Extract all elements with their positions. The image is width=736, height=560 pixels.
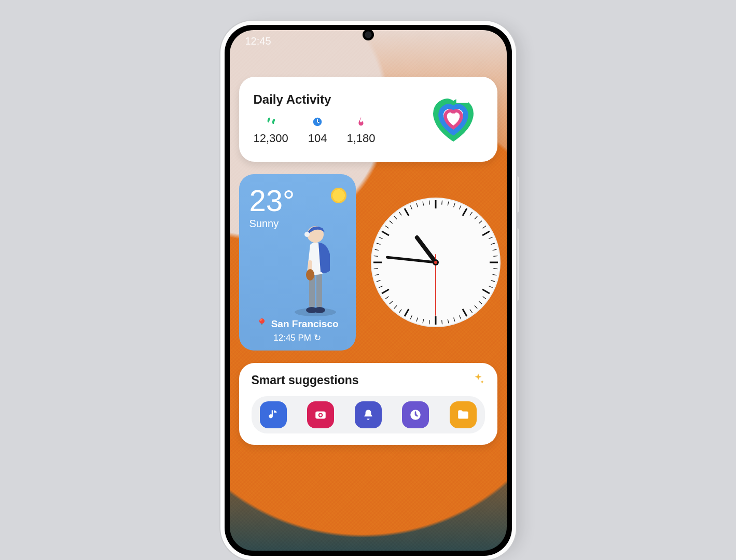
minutes-value: 104 (308, 132, 327, 145)
smart-suggestions-widget[interactable]: Smart suggestions (239, 363, 497, 445)
svg-point-6 (314, 307, 325, 313)
active-minutes-metric: 104 (308, 116, 327, 145)
svg-point-10 (304, 232, 310, 237)
steps-metric: 12,300 (254, 116, 288, 145)
suggestions-app-row (252, 396, 485, 433)
phone-bezel: 12:45 Daily Activity 12,300 (225, 25, 512, 556)
clock-icon (312, 120, 323, 129)
activity-rings-icon (424, 88, 483, 149)
suggestions-title: Smart suggestions (252, 373, 359, 387)
side-button (516, 176, 519, 213)
calories-value: 1,180 (347, 132, 376, 145)
svg-line-71 (429, 201, 429, 205)
home-screen[interactable]: 12:45 Daily Activity 12,300 (230, 30, 507, 551)
svg-line-58 (373, 256, 378, 256)
daily-activity-widget[interactable]: Daily Activity 12,300 (239, 77, 497, 162)
svg-rect-4 (316, 271, 322, 308)
svg-line-43 (429, 320, 429, 324)
volume-up-button (516, 228, 519, 301)
weather-time: 12:45 PM ↻ (239, 332, 356, 343)
status-bar-time: 12:45 (245, 35, 271, 47)
steps-icon (265, 120, 276, 129)
svg-point-9 (306, 269, 314, 281)
location-pin-icon: 📍 (256, 318, 268, 329)
svg-point-76 (434, 261, 437, 264)
front-camera (363, 29, 374, 40)
camera-app-icon[interactable] (307, 401, 334, 428)
analog-clock-widget[interactable] (368, 174, 503, 351)
refresh-icon: ↻ (314, 333, 321, 343)
files-app-icon[interactable] (450, 401, 477, 428)
activity-title: Daily Activity (254, 92, 413, 107)
svg-rect-1 (456, 94, 468, 103)
weather-illustration (284, 208, 346, 317)
svg-line-28 (493, 269, 497, 269)
music-app-icon[interactable] (260, 401, 287, 428)
sparkle-icon (471, 372, 485, 388)
weather-location: 📍 San Francisco (239, 318, 356, 330)
steps-value: 12,300 (254, 132, 288, 145)
svg-line-56 (373, 269, 378, 269)
clock-app-icon[interactable] (402, 401, 429, 428)
svg-line-26 (493, 256, 497, 256)
svg-line-13 (441, 201, 442, 205)
calories-metric: 1,180 (347, 116, 376, 145)
notifications-app-icon[interactable] (355, 401, 382, 428)
weather-widget[interactable]: 23° Sunny (239, 174, 356, 351)
sun-icon (331, 188, 346, 203)
svg-point-79 (320, 414, 322, 416)
svg-line-41 (441, 320, 442, 324)
phone-frame: 12:45 Daily Activity 12,300 (220, 21, 516, 560)
flame-icon (355, 120, 367, 129)
